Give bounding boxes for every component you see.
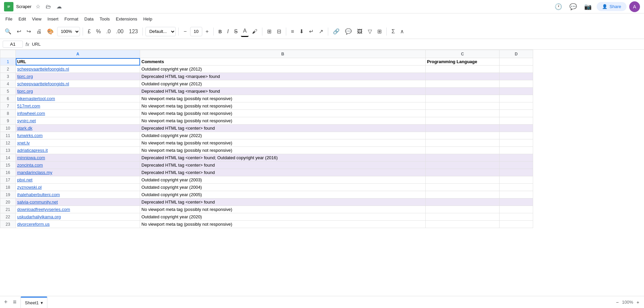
row-number[interactable]: 23 <box>0 221 16 228</box>
col-header-a[interactable]: A <box>16 50 140 58</box>
row-number[interactable]: 16 <box>0 169 16 176</box>
formula-btn[interactable]: Σ <box>389 26 397 37</box>
menu-format[interactable]: Format <box>62 15 81 23</box>
url-cell[interactable]: downloadfreetyvseries.com <box>16 206 140 213</box>
row-number[interactable]: 10 <box>0 125 16 132</box>
url-cell[interactable]: salvia-community.net <box>16 199 140 206</box>
row-number[interactable]: 17 <box>0 176 16 184</box>
italic-btn[interactable]: I <box>225 26 230 37</box>
text-color-btn[interactable]: A <box>241 26 249 37</box>
menu-data[interactable]: Data <box>82 15 96 23</box>
row-number[interactable]: 20 <box>0 199 16 206</box>
comment-add-btn[interactable]: 💬 <box>343 26 354 37</box>
row-number[interactable]: 6 <box>0 95 16 102</box>
borders-btn[interactable]: ⊞ <box>265 26 273 37</box>
url-cell[interactable]: scheepvaarttelefoongids.nl <box>16 65 140 73</box>
row-number[interactable]: 11 <box>0 132 16 139</box>
currency-btn[interactable]: £ <box>86 26 93 37</box>
highlight-btn[interactable]: 🖌 <box>250 26 259 37</box>
collapse-toolbar-btn[interactable]: ∧ <box>398 26 406 37</box>
increase-decimal-btn[interactable]: .00 <box>114 26 125 37</box>
row-number[interactable]: 9 <box>0 117 16 125</box>
increase-font-btn[interactable]: + <box>204 26 211 37</box>
col-header-d[interactable]: D <box>500 50 533 58</box>
table-btn[interactable]: ⊞ <box>375 26 384 37</box>
video-icon[interactable]: 📷 <box>582 1 594 13</box>
url-cell[interactable]: divorcereform.us <box>16 221 140 228</box>
print-btn[interactable]: 🖨 <box>34 26 44 37</box>
bold-btn[interactable]: B <box>216 26 224 37</box>
row-number[interactable]: 15 <box>0 162 16 169</box>
url-cell[interactable]: pbxi.net <box>16 176 140 184</box>
zoom-select[interactable]: 100% 75% 50% 125% 150% <box>57 27 80 36</box>
rotate-btn[interactable]: ↗ <box>317 26 325 37</box>
decrease-decimal-btn[interactable]: .0 <box>104 26 113 37</box>
more-formats-btn[interactable]: 123 <box>127 26 140 37</box>
link-btn[interactable]: 🔗 <box>331 26 342 37</box>
row-number[interactable]: 2 <box>0 65 16 73</box>
sheet-tab[interactable]: Sheet1 ▾ <box>20 297 47 308</box>
url-cell[interactable]: zyznowski.pl <box>16 184 140 191</box>
menu-edit[interactable]: Edit <box>16 15 29 23</box>
url-cell[interactable]: mandarinclass.my <box>16 169 140 176</box>
menu-extensions[interactable]: Extensions <box>113 15 140 23</box>
row-number[interactable]: 1 <box>0 58 16 65</box>
zoom-in-btn[interactable]: + <box>635 297 641 308</box>
cloud-icon[interactable]: ☁ <box>55 2 63 11</box>
zoom-search-btn[interactable]: 🔍 <box>3 26 13 37</box>
merge-btn[interactable]: ⊟ <box>275 26 283 37</box>
formula-input[interactable] <box>32 42 641 47</box>
sheet-scroll[interactable]: A B C D 1URLCommentsProgramming Language… <box>0 50 644 296</box>
history-icon[interactable]: 🕐 <box>552 1 564 13</box>
url-cell[interactable]: synirc.net <box>16 117 140 125</box>
col-header-b[interactable]: B <box>140 50 426 58</box>
url-cell[interactable]: funwirks.com <box>16 132 140 139</box>
url-cell[interactable]: uskudarhaliyikama.org <box>16 213 140 221</box>
menu-help[interactable]: Help <box>140 15 155 23</box>
align-btn[interactable]: ≡ <box>289 26 296 37</box>
zoom-out-btn[interactable]: − <box>614 297 620 308</box>
row-number[interactable]: 22 <box>0 213 16 221</box>
menu-file[interactable]: File <box>3 15 15 23</box>
url-cell[interactable]: infowheel.com <box>16 110 140 117</box>
valign-btn[interactable]: ⬇ <box>297 26 306 37</box>
row-number[interactable]: 3 <box>0 73 16 80</box>
image-btn[interactable]: 🖼 <box>355 26 364 37</box>
wrap-btn[interactable]: ↵ <box>307 26 315 37</box>
row-number[interactable]: 5 <box>0 88 16 95</box>
url-cell[interactable]: 517mrt.com <box>16 102 140 110</box>
font-size-input[interactable] <box>190 27 202 36</box>
avatar[interactable]: A <box>629 1 640 12</box>
row-number[interactable]: 21 <box>0 206 16 213</box>
menu-tools[interactable]: Tools <box>97 15 112 23</box>
undo-btn[interactable]: ↩ <box>15 26 23 37</box>
url-cell[interactable]: xnet.lv <box>16 139 140 147</box>
comment-icon[interactable]: 💬 <box>567 1 579 13</box>
url-cell[interactable]: zoncinta.com <box>16 162 140 169</box>
filter-btn[interactable]: ▽ <box>366 26 374 37</box>
sheet-list-button[interactable]: ≡ <box>12 297 18 307</box>
add-sheet-button[interactable]: + <box>3 297 9 307</box>
url-cell[interactable]: stark.dk <box>16 125 140 132</box>
folder-icon[interactable]: 🗁 <box>44 2 52 11</box>
row-number[interactable]: 18 <box>0 184 16 191</box>
row-number[interactable]: 14 <box>0 154 16 162</box>
share-button[interactable]: 👤 Share <box>597 2 627 11</box>
row-number[interactable]: 12 <box>0 139 16 147</box>
star-icon[interactable]: ☆ <box>34 2 42 11</box>
percent-btn[interactable]: % <box>94 26 103 37</box>
cell-ref-input[interactable] <box>3 41 23 48</box>
menu-insert[interactable]: Insert <box>45 15 61 23</box>
url-cell[interactable]: ihalehaberbulteni.com <box>16 191 140 199</box>
row-number[interactable]: 19 <box>0 191 16 199</box>
url-cell[interactable]: minniowa.com <box>16 154 140 162</box>
row-number[interactable]: 8 <box>0 110 16 117</box>
redo-btn[interactable]: ↪ <box>25 26 33 37</box>
url-cell[interactable]: tjprc.org <box>16 73 140 80</box>
row-number[interactable]: 7 <box>0 102 16 110</box>
col-header-c[interactable]: C <box>426 50 500 58</box>
row-number[interactable]: 13 <box>0 147 16 154</box>
url-cell[interactable]: scheepvaarttelefoongids.nl <box>16 80 140 88</box>
url-cell[interactable]: tjprc.org <box>16 88 140 95</box>
paint-format-btn[interactable]: 🎨 <box>45 26 56 37</box>
